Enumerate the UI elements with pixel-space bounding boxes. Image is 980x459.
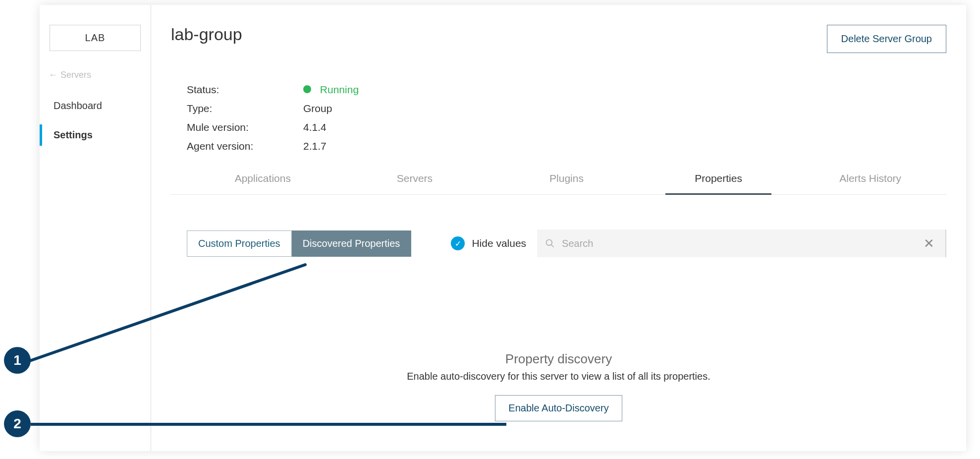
tab-plugins[interactable]: Plugins [490, 165, 643, 194]
tab-alerts-history[interactable]: Alerts History [794, 165, 946, 194]
back-label: Servers [60, 70, 91, 80]
info-row-mule: Mule version: 4.1.4 [187, 118, 946, 137]
type-label: Type: [187, 103, 303, 115]
agent-version-value: 2.1.7 [303, 140, 327, 152]
title-row: lab-group Delete Server Group [171, 25, 946, 53]
annotation-line-2 [31, 423, 506, 426]
tab-servers[interactable]: Servers [339, 165, 491, 194]
segment-discovered-properties[interactable]: Discovered Properties [292, 230, 412, 257]
app-frame: LAB ← Servers Dashboard Settings lab-gro… [40, 5, 966, 451]
info-block: Status: Running Type: Group Mule version… [171, 80, 946, 156]
annotation-line-1 [30, 263, 307, 367]
search-input[interactable] [562, 238, 914, 249]
svg-line-1 [551, 245, 554, 247]
status-label: Status: [187, 84, 303, 96]
main-content: lab-group Delete Server Group Status: Ru… [151, 5, 966, 451]
empty-state-subtitle: Enable auto-discovery for this server to… [171, 371, 946, 382]
delete-server-group-button[interactable]: Delete Server Group [827, 25, 946, 53]
back-to-servers-link[interactable]: ← Servers [40, 66, 151, 91]
sidebar-item-dashboard[interactable]: Dashboard [40, 91, 151, 120]
svg-point-0 [546, 240, 552, 246]
info-row-status: Status: Running [187, 80, 946, 99]
status-dot-icon [303, 85, 311, 93]
info-row-type: Type: Group [187, 99, 946, 118]
tab-row: Applications Servers Plugins Properties … [171, 165, 946, 195]
status-value: Running [303, 84, 359, 96]
sidebar: LAB ← Servers Dashboard Settings [40, 5, 151, 451]
svg-line-2 [30, 265, 305, 361]
tab-properties[interactable]: Properties [643, 165, 795, 194]
mule-version-value: 4.1.4 [303, 121, 327, 133]
environment-selector[interactable]: LAB [50, 25, 141, 51]
search-icon [545, 238, 555, 248]
page-title: lab-group [171, 25, 242, 44]
sidebar-item-settings[interactable]: Settings [40, 120, 151, 150]
status-text: Running [320, 84, 359, 95]
enable-auto-discovery-button[interactable]: Enable Auto-Discovery [495, 395, 622, 421]
clear-search-icon[interactable]: ✕ [921, 236, 937, 251]
hide-values-toggle-wrap: ✓ Hide values [451, 236, 526, 250]
agent-version-label: Agent version: [187, 140, 303, 152]
hide-values-label: Hide values [472, 237, 526, 249]
properties-segment-group: Custom Properties Discovered Properties [187, 230, 411, 257]
segment-custom-properties[interactable]: Custom Properties [187, 230, 292, 257]
annotation-badge-2: 2 [4, 410, 31, 437]
checkmark-icon: ✓ [455, 239, 461, 248]
hide-values-checkbox[interactable]: ✓ [451, 236, 465, 250]
type-value: Group [303, 103, 332, 115]
arrow-left-icon: ← [49, 70, 57, 80]
mule-version-label: Mule version: [187, 121, 303, 133]
annotation-badge-1: 1 [4, 347, 31, 374]
search-wrap: ✕ [537, 230, 946, 257]
info-row-agent: Agent version: 2.1.7 [187, 137, 946, 156]
filter-bar: Custom Properties Discovered Properties … [171, 230, 946, 257]
tab-applications[interactable]: Applications [187, 165, 339, 194]
